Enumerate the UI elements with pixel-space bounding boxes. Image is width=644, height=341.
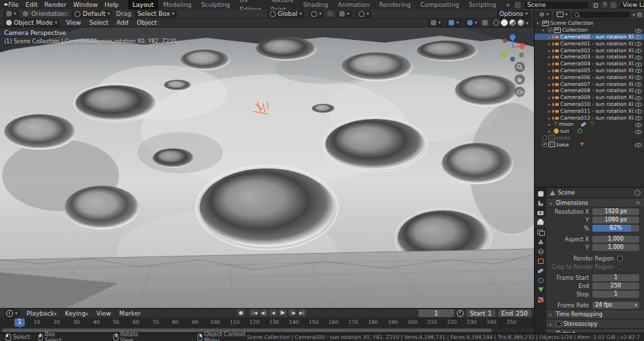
move-gizmo-icon[interactable]: [23, 11, 28, 16]
visibility-eye-icon[interactable]: [635, 74, 642, 80]
expand-arrow-icon[interactable]: [548, 68, 551, 73]
tab-object-data-properties[interactable]: [535, 285, 546, 294]
scene-selector[interactable]: Scene: [524, 1, 590, 10]
tab-render-properties[interactable]: [535, 208, 546, 217]
expand-arrow-icon[interactable]: [548, 61, 551, 66]
visibility-eye-icon[interactable]: [635, 122, 642, 127]
visibility-eye-icon[interactable]: [635, 28, 642, 33]
resolution-scale-slider[interactable]: 82%: [592, 225, 639, 232]
expand-arrow-icon[interactable]: [542, 28, 546, 32]
menu-render[interactable]: Render: [41, 0, 70, 10]
next-keyframe-button[interactable]: [288, 309, 297, 316]
expand-arrow-icon[interactable]: [548, 129, 552, 133]
frame-step-field[interactable]: 1: [592, 291, 639, 298]
visibility-eye-icon[interactable]: [635, 54, 642, 60]
outliner-item-camera011[interactable]: Camera011 - sun rotation X0, Y82, Z350: [535, 107, 644, 114]
tab-modeling[interactable]: Modeling: [158, 0, 196, 10]
expand-arrow-icon[interactable]: [548, 54, 551, 59]
outliner-item-camera008[interactable]: Camera008 - sun rotation X0, Y77, Z20: [535, 87, 644, 94]
expand-arrow-icon[interactable]: [537, 21, 541, 25]
tab-texture-properties[interactable]: [535, 295, 546, 304]
visibility-eye-icon[interactable]: [635, 47, 642, 53]
expand-arrow-icon[interactable]: [548, 88, 551, 93]
collection-checkbox[interactable]: [548, 28, 552, 32]
tab-object-properties[interactable]: [535, 256, 546, 265]
visibility-eye-icon[interactable]: [635, 88, 642, 94]
shading-dropdown-icon[interactable]: [526, 19, 528, 26]
visibility-eye-icon[interactable]: [635, 95, 642, 100]
outliner-item-camera010[interactable]: Camera010 - sun rotation X0, Y82, Z310: [535, 101, 644, 108]
overlays-dropdown[interactable]: [464, 19, 480, 27]
gizmos-dropdown[interactable]: [446, 19, 462, 27]
outliner-item-sun[interactable]: sun: [535, 128, 644, 135]
scrollbar-handle[interactable]: [2, 329, 492, 332]
visibility-eye-icon[interactable]: [635, 101, 642, 107]
transform-orientation-dropdown[interactable]: Global: [267, 10, 305, 18]
rendered-shading-icon[interactable]: [517, 19, 524, 26]
object-visibility-dropdown[interactable]: [428, 19, 444, 27]
options-dropdown[interactable]: Options: [497, 10, 530, 18]
orientation-dropdown[interactable]: Default: [72, 10, 112, 18]
frame-start-field[interactable]: 1: [592, 274, 639, 281]
snap-magnet-icon[interactable]: [328, 11, 333, 16]
outliner-item-camera012[interactable]: Camera012 - sun rotation X0, Y82, Z210: [535, 114, 644, 121]
dimensions-panel-header[interactable]: Dimensions ≡: [546, 198, 644, 208]
tab-modifier-properties[interactable]: [535, 266, 546, 275]
expand-arrow-icon[interactable]: [548, 109, 551, 113]
frame-end-field[interactable]: 250: [592, 283, 639, 289]
drag-dropdown[interactable]: Select Box: [135, 10, 178, 18]
mode-dropdown[interactable]: Object Mode: [3, 19, 60, 27]
visibility-eye-icon[interactable]: [635, 61, 642, 67]
outliner-item-camera006[interactable]: Camera006 - sun rotation X0, Y77, Z350: [535, 74, 644, 80]
proportional-edit-dropdown[interactable]: [356, 10, 372, 18]
expand-arrow-icon[interactable]: [548, 41, 551, 46]
outliner-item-camera004[interactable]: Camera004 - sun rotation X0, Y77, Z200: [535, 60, 644, 67]
tab-view-layer-properties[interactable]: [535, 228, 546, 236]
play-reverse-button[interactable]: [269, 309, 277, 316]
outliner-item-base[interactable]: base ▼: [535, 141, 644, 148]
time-remapping-panel-header[interactable]: Time Remapping: [546, 309, 644, 319]
outliner-item-scene-collection[interactable]: Scene Collection: [535, 20, 644, 27]
outliner-item-camera005[interactable]: Camera005 - sun rotation X0, Y77, Z270: [535, 67, 644, 74]
menu-keying[interactable]: Keying: [63, 310, 90, 317]
outliner-item-camera001[interactable]: Camera001 - sun rotation X0, Y77, Z300: [535, 40, 644, 47]
tab-scene-properties[interactable]: [535, 237, 546, 246]
visibility-eye-icon[interactable]: [635, 129, 642, 134]
timeline-ruler[interactable]: 1 10203040506070809010011012013014015016…: [0, 318, 534, 328]
outliner-item-camera000[interactable]: Camera000 - sun rotation X0, Y82, Z220: [535, 34, 644, 41]
visibility-eye-icon[interactable]: [635, 108, 642, 113]
outliner-item-camera003[interactable]: Camera003 - sun rotation X0, Y77, Z330: [535, 54, 644, 60]
expand-arrow-icon[interactable]: [548, 34, 551, 39]
menu-help[interactable]: Help: [101, 0, 122, 10]
aspect-y-field[interactable]: 1.000: [592, 244, 639, 251]
expand-arrow-icon[interactable]: [548, 82, 551, 87]
visibility-eye-icon[interactable]: [635, 67, 642, 73]
prev-keyframe-button[interactable]: [259, 309, 268, 316]
menu-add[interactable]: Add: [114, 19, 130, 26]
xray-toggle-icon[interactable]: [482, 20, 488, 25]
view-layer-browse-icon[interactable]: [610, 2, 616, 8]
presets-menu-icon[interactable]: ≡: [636, 200, 641, 206]
zoom-view-button[interactable]: [515, 62, 525, 72]
tab-compositing[interactable]: Compositing: [416, 0, 464, 10]
outliner-filter-mode-dropdown[interactable]: [554, 11, 571, 19]
camera-view-button[interactable]: [515, 87, 525, 97]
solid-shading-icon[interactable]: [501, 19, 508, 26]
play-button[interactable]: [279, 309, 287, 316]
outliner-search-input[interactable]: [572, 12, 630, 18]
menu-object[interactable]: Object: [135, 19, 159, 26]
outliner-item-camera009[interactable]: Camera009 - sun rotation X0, Y77, Z30: [535, 94, 644, 101]
timeline-editor-type-dropdown[interactable]: [3, 310, 21, 318]
outliner-display-mode-dropdown[interactable]: [537, 11, 552, 19]
frame-start-pill[interactable]: Start1: [466, 309, 495, 317]
material-preview-icon[interactable]: [509, 19, 516, 26]
resolution-x-field[interactable]: 1920 px: [592, 208, 639, 215]
tab-rendering[interactable]: Rendering: [374, 0, 416, 10]
new-scene-icon[interactable]: [592, 2, 599, 8]
pivot-point-dropdown[interactable]: [308, 10, 325, 18]
jump-to-end-button[interactable]: [298, 309, 306, 316]
visibility-eye-icon[interactable]: [635, 81, 642, 87]
outliner-item-collection[interactable]: Collection: [535, 27, 644, 34]
menu-view-timeline[interactable]: View: [94, 310, 113, 317]
resolution-y-field[interactable]: 1080 px: [592, 217, 639, 223]
